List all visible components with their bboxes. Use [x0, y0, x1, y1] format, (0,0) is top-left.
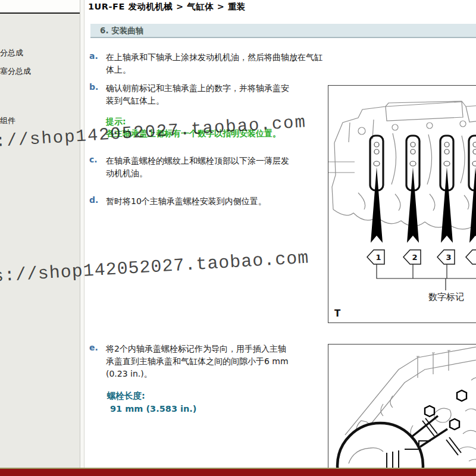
- hint-text: 各主轴承盖上都标有一个数字以指明安装位置。: [106, 127, 344, 139]
- tag-2: 2: [412, 253, 417, 262]
- cap-bolts: [425, 390, 466, 430]
- sidebar-item-component[interactable]: 组件: [0, 115, 15, 126]
- tag-1: 1: [375, 253, 381, 262]
- spec-label: 螺栓长度:: [107, 390, 196, 402]
- step-b-letter: b.: [89, 82, 98, 92]
- callout-label: 数字标记: [428, 292, 464, 302]
- callout-lines: [377, 264, 476, 290]
- main-bearing-caps: [370, 136, 476, 190]
- sidebar: 分总成 塞分总成 组件: [0, 0, 80, 476]
- step-e: e. 将2个内轴承盖螺栓标记作为导向，用手插入主轴 承盖直到主轴承盖和气缸体之间…: [89, 343, 327, 380]
- section-header: 6. 安装曲轴: [90, 24, 476, 38]
- tag-3: 3: [446, 253, 451, 262]
- sidebar-header-area: [0, 0, 80, 12]
- figure-corner-label: T: [334, 308, 341, 319]
- step-a-text: 在上轴承和下轴承上涂抹发动机机油，然后将曲轴放在气缸体上。: [106, 51, 327, 76]
- step-e-letter: e.: [89, 343, 98, 352]
- breadcrumb: 1UR-FE 发动机机械 > 气缸体 > 重装: [88, 1, 246, 12]
- step-c-letter: c.: [89, 155, 98, 164]
- position-arrows: [371, 167, 476, 243]
- step-a: a. 在上轴承和下轴承上涂抹发动机机油，然后将曲轴放在气缸体上。: [89, 51, 327, 76]
- engine-block-bottom-view-art: 1 2 3 数字标记 T: [328, 86, 476, 322]
- number-tags: [367, 250, 476, 264]
- hint-label: 提示:: [106, 117, 344, 127]
- bolt-length-spec: 螺栓长度: 91 mm (3.583 in.): [107, 390, 196, 414]
- step-d-letter: d.: [89, 195, 98, 205]
- step-c-text: 在轴承盖螺栓的螺纹上和螺栓顶部以下涂一薄层发 动机机油。: [106, 155, 327, 180]
- sidebar-item-assembly-1[interactable]: 分总成: [0, 48, 23, 58]
- step-e-text: 将2个内轴承盖螺栓标记作为导向，用手插入主轴 承盖直到主轴承盖和气缸体之间的间隙…: [106, 343, 327, 380]
- step-b-text: 确认朝前标记和主轴承盖上的数字，并将轴承盖安 装到气缸体上。: [106, 82, 327, 107]
- step-b: b. 确认朝前标记和主轴承盖上的数字，并将轴承盖安 装到气缸体上。: [89, 82, 327, 107]
- sidebar-splitter[interactable]: [80, 0, 84, 476]
- figure-bearing-cap-numbers: 1 2 3 数字标记 T: [328, 85, 476, 323]
- bottom-red-bar: [0, 468, 476, 476]
- step-a-letter: a.: [89, 51, 98, 61]
- sidebar-item-assembly-2[interactable]: 塞分总成: [0, 66, 31, 77]
- step-d: d. 暂时将10个主轴承盖螺栓安装到内侧位置。: [89, 195, 327, 208]
- hint-block: 提示: 各主轴承盖上都标有一个数字以指明安装位置。: [106, 117, 344, 139]
- spec-value: 91 mm (3.583 in.): [107, 404, 196, 414]
- step-c: c. 在轴承盖螺栓的螺纹上和螺栓顶部以下涂一薄层发 动机机油。: [89, 155, 327, 180]
- sidebar-divider: [0, 12, 80, 14]
- step-d-text: 暂时将10个主轴承盖螺栓安装到内侧位置。: [106, 195, 327, 208]
- engine-block-angle-view-art: [328, 345, 476, 476]
- section-title: 6. 安装曲轴: [90, 24, 476, 36]
- figure-bolt-insertion: [328, 344, 476, 476]
- page: 分总成 塞分总成 组件 1UR-FE 发动机机械 > 气缸体 > 重装 6. 安…: [0, 0, 476, 476]
